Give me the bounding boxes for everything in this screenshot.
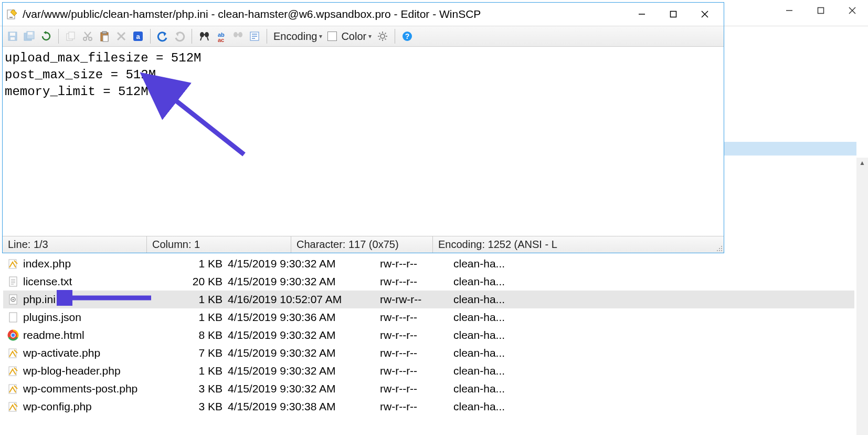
editor-statusbar: Line: 1/3 Column: 1 Character: 117 (0x75… (3, 236, 724, 253)
color-swatch-icon (327, 32, 337, 41)
file-changed: 4/15/2019 9:30:38 AM (228, 400, 380, 413)
svg-line-32 (200, 37, 202, 40)
svg-point-59 (719, 250, 720, 251)
parent-maximize-button[interactable] (805, 0, 837, 21)
reload-button[interactable] (38, 28, 54, 44)
svg-line-51 (379, 39, 380, 40)
file-owner: clean-ha... (453, 400, 532, 413)
parent-close-button[interactable] (837, 0, 868, 21)
file-type-icon (6, 382, 20, 396)
svg-rect-38 (237, 34, 239, 35)
redo-button[interactable] (172, 28, 187, 44)
encoding-dropdown[interactable]: Encoding▾ (271, 30, 324, 43)
delete-button[interactable] (113, 28, 129, 44)
svg-rect-7 (671, 12, 676, 17)
svg-rect-15 (28, 32, 33, 35)
svg-line-54 (170, 96, 244, 154)
annotation-arrow (57, 290, 156, 306)
copy-button[interactable] (63, 28, 79, 44)
file-type-icon (6, 328, 20, 342)
svg-rect-5 (9, 17, 13, 18)
parent-minimize-button[interactable] (774, 0, 805, 21)
svg-point-30 (205, 32, 209, 37)
file-name: index.php (23, 257, 181, 270)
svg-text:a: a (136, 33, 140, 40)
file-name: wp-config.php (23, 400, 181, 413)
parent-scrollbar[interactable]: ▲ (856, 158, 868, 435)
svg-rect-24 (103, 35, 108, 42)
find-button[interactable] (196, 28, 212, 44)
svg-point-58 (717, 250, 718, 251)
file-size: 1 KB (181, 257, 228, 270)
svg-rect-11 (10, 33, 15, 36)
svg-point-36 (234, 32, 238, 37)
file-owner: clean-ha... (453, 293, 532, 306)
file-row[interactable]: index.php1 KB4/15/2019 9:30:32 AMrw-r--r… (3, 255, 854, 273)
file-changed: 4/15/2019 9:30:32 AM (228, 257, 380, 270)
file-changed: 4/15/2019 9:30:32 AM (228, 365, 380, 377)
svg-point-55 (721, 246, 722, 247)
file-owner: clean-ha... (453, 382, 532, 395)
file-name: plugins.json (23, 311, 181, 324)
file-size: 20 KB (181, 275, 228, 288)
save-button[interactable] (5, 28, 20, 44)
file-changed: 4/16/2019 10:52:07 AM (228, 293, 380, 306)
file-row[interactable]: readme.html8 KB4/15/2019 9:30:32 AMrw-r-… (3, 326, 854, 344)
color-dropdown[interactable]: Color▾ (325, 30, 374, 43)
file-size: 7 KB (181, 347, 228, 359)
file-list[interactable]: index.php1 KB4/15/2019 9:30:32 AMrw-r--r… (3, 255, 854, 416)
help-button[interactable]: ? (399, 28, 415, 44)
file-size: 3 KB (181, 400, 228, 413)
undo-button[interactable] (155, 28, 171, 44)
editor-text-area[interactable]: upload_max_filesize = 512M post_max_size… (3, 47, 724, 236)
scroll-up-icon[interactable]: ▲ (856, 158, 868, 168)
preferences-button[interactable] (375, 28, 390, 44)
color-label: Color (341, 30, 366, 43)
file-size: 3 KB (181, 382, 228, 395)
toolbar-separator (267, 29, 267, 44)
file-row[interactable]: wp-config.php3 KB4/15/2019 9:30:38 AMrw-… (3, 398, 854, 416)
file-name: wp-activate.php (23, 347, 181, 359)
svg-rect-31 (204, 34, 205, 35)
save-all-button[interactable] (22, 28, 37, 44)
minimize-button[interactable] (626, 4, 658, 25)
replace-button[interactable]: abac (213, 28, 229, 44)
find-next-button[interactable] (230, 28, 246, 44)
svg-line-33 (207, 37, 208, 40)
file-size: 8 KB (181, 329, 228, 341)
file-owner: clean-ha... (453, 257, 532, 270)
file-owner: clean-ha... (453, 365, 532, 377)
encoding-label: Encoding (273, 30, 317, 43)
editor-titlebar[interactable]: /var/www/public/clean-hamster/php.ini - … (3, 3, 724, 26)
file-owner: clean-ha... (453, 329, 532, 341)
file-row[interactable]: wp-blog-header.php1 KB4/15/2019 9:30:32 … (3, 362, 854, 380)
file-row[interactable]: plugins.json1 KB4/15/2019 9:30:36 AMrw-r… (3, 308, 854, 326)
svg-point-69 (13, 299, 14, 301)
file-name: license.txt (23, 275, 181, 288)
maximize-button[interactable] (658, 4, 689, 25)
resize-grip-icon[interactable] (715, 244, 723, 252)
file-changed: 4/15/2019 9:30:32 AM (228, 347, 380, 359)
svg-point-29 (200, 32, 204, 37)
editor-window-controls (626, 4, 721, 25)
file-name: readme.html (23, 329, 181, 341)
file-type-icon (6, 364, 20, 378)
paste-button[interactable] (97, 28, 112, 44)
file-type-icon (6, 275, 20, 288)
file-rights: rw-r--r-- (380, 365, 453, 377)
file-row[interactable]: wp-activate.php7 KB4/15/2019 9:30:32 AMr… (3, 344, 854, 362)
close-button[interactable] (689, 4, 721, 25)
file-name: wp-comments-post.php (23, 382, 181, 395)
file-row[interactable]: license.txt20 KB4/15/2019 9:30:32 AMrw-r… (3, 273, 854, 291)
status-column: Column: 1 (147, 236, 291, 253)
file-size: 1 KB (181, 311, 228, 324)
cut-button[interactable] (80, 28, 96, 44)
select-all-button[interactable]: a (130, 28, 146, 44)
file-type-icon (6, 346, 20, 360)
goto-line-button[interactable] (247, 28, 262, 44)
file-row[interactable]: wp-comments-post.php3 KB4/15/2019 9:30:3… (3, 380, 854, 398)
file-size: 1 KB (181, 365, 228, 377)
svg-rect-17 (69, 32, 75, 39)
editor-line: upload_max_filesize = 512M (5, 50, 722, 67)
editor-title-text: /var/www/public/clean-hamster/php.ini - … (23, 8, 626, 20)
